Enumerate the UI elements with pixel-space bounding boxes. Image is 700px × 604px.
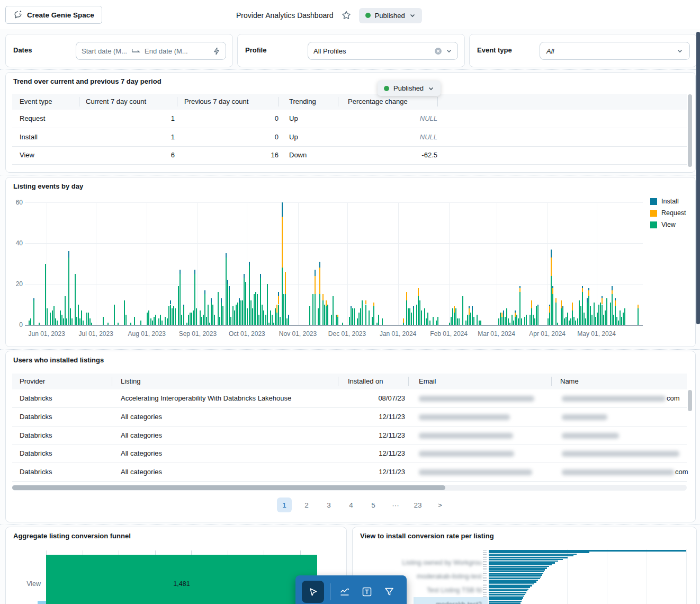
bar-segment (421, 310, 422, 325)
bar-segment (312, 294, 313, 325)
legend-item[interactable]: Install (650, 198, 686, 205)
next-page-button[interactable]: > (433, 498, 447, 512)
bar-segment (582, 288, 583, 292)
bar-segment (226, 253, 227, 257)
bar-segment (272, 315, 273, 325)
bar-segment (418, 296, 419, 325)
conversion-bar (489, 567, 547, 569)
profile-select[interactable]: All Profiles (308, 42, 458, 60)
bar-segment (615, 300, 616, 307)
page-button[interactable]: 23 (410, 498, 425, 512)
bar-segment (606, 298, 607, 325)
bar-segment (214, 315, 215, 325)
bar-segment (89, 318, 91, 325)
bar-segment (188, 315, 189, 325)
page-button[interactable]: 4 (344, 498, 358, 512)
bar-segment (352, 308, 353, 325)
bar-segment (513, 321, 514, 325)
bar-segment (209, 323, 210, 325)
bar-segment (480, 321, 481, 325)
bar-segment (222, 306, 223, 325)
bar-segment (551, 250, 552, 257)
bar-segment (588, 296, 589, 325)
bar-segment (382, 318, 383, 325)
bar-segment (285, 272, 286, 294)
page-button[interactable]: ··· (388, 498, 403, 512)
conversion-bar (489, 559, 563, 561)
bar-segment (208, 305, 209, 325)
page-button[interactable]: 2 (299, 498, 314, 512)
bar-segment (337, 317, 338, 325)
clear-icon[interactable] (434, 47, 442, 55)
conversion-bar (489, 566, 549, 567)
legend-item[interactable]: View (650, 221, 686, 228)
conversion-bar (489, 596, 524, 597)
add-text-button[interactable] (356, 581, 378, 603)
page-scrollbar[interactable] (696, 32, 700, 324)
bar-segment (557, 323, 558, 325)
create-genie-space-button[interactable]: Create Genie Space (5, 6, 102, 24)
bar-segment (254, 294, 255, 325)
bar-segment (81, 310, 82, 325)
date-range-input[interactable]: Start date (M... End date (M... (76, 42, 226, 60)
bar-segment (537, 306, 539, 325)
bar-segment (564, 318, 565, 325)
bar-segment (349, 317, 350, 325)
bar-segment (403, 318, 404, 323)
bar-segment (418, 288, 419, 296)
bar-segment (229, 286, 230, 290)
bar-segment (457, 318, 458, 325)
bar-segment (244, 278, 245, 325)
bar-segment (454, 313, 455, 325)
bar-segment (265, 315, 266, 325)
table-row: Request10UpNULL (12, 110, 687, 128)
events-chart-plot: 6040200Jun 01, 2023Jul 01, 2023Aug 01, 2… (6, 177, 696, 348)
bar-segment (579, 300, 580, 325)
bar-segment (55, 318, 56, 325)
widget-publish-status-dropdown[interactable]: Published (378, 81, 441, 96)
bar-segment (582, 292, 583, 325)
event-type-select[interactable]: All (540, 42, 690, 60)
bar-segment (155, 315, 156, 325)
trend-table-header: Event type Current 7 day count Previous … (12, 94, 687, 110)
bar-segment (503, 315, 504, 325)
page-button[interactable]: 1 (277, 498, 292, 512)
publish-status-dropdown[interactable]: Published (359, 8, 422, 23)
bar-segment (537, 305, 539, 307)
bar-segment (242, 300, 243, 325)
bar-segment (587, 298, 588, 303)
conversion-bar (489, 569, 545, 571)
event-type-filter-card: Event type All (469, 34, 697, 67)
conversion-bar (489, 602, 520, 604)
legend-item[interactable]: Request (650, 209, 686, 217)
bar-segment (536, 306, 537, 325)
profile-filter-card: Profile All Profiles (237, 34, 465, 67)
bar-segment (406, 292, 407, 300)
cursor-tool-button[interactable] (302, 581, 324, 603)
bar-segment (403, 323, 404, 325)
conversion-bar (489, 587, 530, 588)
bar-segment (172, 308, 173, 325)
users-table-hscroll-track[interactable] (12, 485, 687, 491)
add-filter-button[interactable] (378, 581, 400, 603)
trend-table-scrollbar[interactable] (688, 94, 692, 167)
bar-segment (602, 298, 603, 305)
bar-segment (613, 315, 614, 325)
bar-segment (326, 300, 327, 307)
page-button[interactable]: 5 (366, 498, 381, 512)
bar-segment (566, 317, 567, 325)
star-icon[interactable] (341, 10, 352, 21)
bar-segment (288, 318, 289, 325)
conversion-bar (489, 576, 541, 578)
users-table-scrollbar[interactable] (688, 390, 692, 411)
bar-segment (518, 318, 519, 325)
page-button[interactable]: 3 (321, 498, 336, 512)
users-table-hscroll-thumb[interactable] (12, 485, 445, 490)
bar-segment (515, 313, 516, 317)
bar-segment (309, 306, 310, 325)
bar-segment (469, 308, 470, 315)
bar-segment (204, 290, 205, 295)
bar-segment (86, 313, 87, 325)
add-visualization-button[interactable] (334, 581, 356, 603)
lightning-icon[interactable] (213, 47, 220, 55)
